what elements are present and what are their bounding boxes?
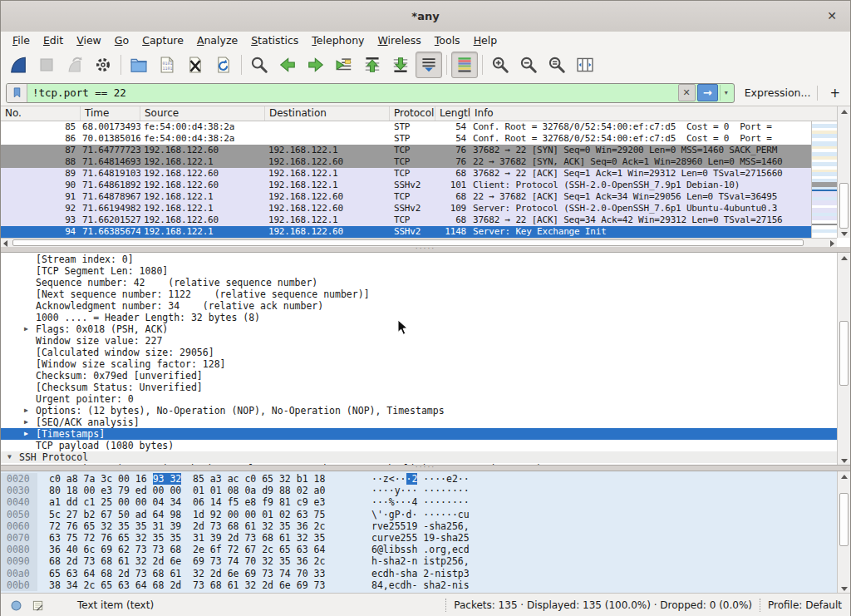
stop-capture-button[interactable] [33, 52, 60, 78]
colorize-button[interactable] [451, 52, 478, 78]
detail-line[interactable]: Checksum: 0x79ed [unverified] [1, 370, 837, 382]
menu-file[interactable]: File [6, 32, 37, 48]
collapsed-triangle-icon[interactable]: ▶ [24, 416, 36, 428]
menu-edit[interactable]: Edit [37, 32, 70, 48]
menu-view[interactable]: View [70, 32, 108, 48]
collapsed-triangle-icon[interactable]: ▶ [24, 323, 36, 335]
expanded-triangle-icon[interactable]: ▼ [7, 451, 19, 463]
detail-line[interactable]: Window size value: 227 [1, 335, 837, 347]
packet-row-93[interactable]: 9371.662015274192.168.122.60192.168.122.… [1, 214, 811, 226]
packet-row-86[interactable]: 8670.013850163fe:54:00:d4:38:2aSTP54Conf… [1, 133, 811, 145]
packet-row-91[interactable]: 9171.648789678192.168.122.1192.168.122.6… [1, 191, 811, 203]
capture-comment-button[interactable] [31, 599, 44, 612]
open-file-button[interactable] [125, 52, 152, 78]
detail-line[interactable]: ▶Options: (12 bytes), No-Operation (NOP)… [1, 405, 837, 416]
column-header-protocol[interactable]: Protocol [390, 106, 435, 121]
packet-row-89[interactable]: 8971.648191037192.168.122.60192.168.122.… [1, 168, 811, 180]
menu-statistics[interactable]: Statistics [244, 32, 305, 48]
auto-scroll-button[interactable] [416, 52, 442, 78]
scroll-left-arrow-icon[interactable] [3, 240, 7, 247]
scroll-up-arrow-icon[interactable] [841, 110, 848, 114]
hex-row-0070[interactable]: 007063 75 72 76 65 32 35 35 31 39 2d 73 … [1, 532, 837, 544]
scrollbar-thumb[interactable] [839, 183, 849, 229]
detail-line[interactable]: [TCP Segment Len: 1080] [1, 265, 837, 277]
packet-row-90[interactable]: 9071.648618924192.168.122.60192.168.122.… [1, 180, 811, 191]
start-capture-button[interactable] [5, 52, 32, 78]
hex-row-0080[interactable]: 008036 40 6c 69 62 73 73 68 2e 6f 72 67 … [1, 544, 837, 555]
menu-capture[interactable]: Capture [135, 32, 190, 48]
restart-capture-button[interactable] [61, 52, 88, 78]
hscrollbar-thumb[interactable] [12, 239, 804, 246]
packet-row-94[interactable]: 9471.663856741192.168.122.1192.168.122.6… [1, 226, 811, 238]
column-header-length[interactable]: Length [435, 106, 470, 121]
find-packet-button[interactable] [246, 52, 273, 78]
hex-row-0040[interactable]: 0040a1 dd c1 25 00 00 04 34 06 14 f5 e8 … [1, 496, 837, 508]
packet-row-88[interactable]: 8871.648146932192.168.122.1192.168.122.6… [1, 156, 811, 168]
hex-row-00b0[interactable]: 00b038 34 2c 65 63 64 68 2d 73 68 61 32 … [1, 579, 837, 591]
packet-row-87[interactable]: 8771.647777234192.168.122.60192.168.122.… [1, 145, 811, 156]
column-header-destination[interactable]: Destination [265, 106, 390, 121]
hex-row-0020[interactable]: 0020c0 a8 7a 3c 00 16 93 32 85 a3 ac c0 … [1, 473, 837, 485]
go-first-button[interactable] [359, 52, 386, 78]
display-filter-input[interactable] [27, 86, 678, 99]
hex-row-0060[interactable]: 006072 76 65 32 35 35 31 39 2d 73 68 61 … [1, 520, 837, 532]
resize-columns-button[interactable] [572, 52, 598, 78]
menu-wireless[interactable]: Wireless [371, 32, 428, 48]
add-filter-button[interactable]: + [824, 86, 845, 101]
close-window-button[interactable]: ✕ [824, 8, 839, 23]
detail-line[interactable]: [Next sequence number: 1122 (relative se… [1, 288, 837, 300]
zoom-in-button[interactable] [487, 52, 514, 78]
go-to-packet-button[interactable] [331, 52, 357, 78]
detail-line[interactable]: [Window size scaling factor: 128] [1, 358, 837, 370]
packet-row-92[interactable]: 9271.661949820192.168.122.1192.168.122.6… [1, 203, 811, 214]
column-header-time[interactable]: Time [81, 106, 140, 121]
menu-telephony[interactable]: Telephony [305, 32, 371, 48]
column-header-source[interactable]: Source [140, 106, 265, 121]
scrollbar-thumb[interactable] [839, 493, 849, 545]
hex-row-0050[interactable]: 00505c 27 b2 67 50 ad 64 98 1d 92 00 00 … [1, 509, 837, 520]
detail-line[interactable]: [Stream index: 0] [1, 254, 837, 265]
expression-button[interactable]: Expression... [745, 86, 811, 99]
zoom-out-button[interactable] [515, 52, 542, 78]
detail-line[interactable]: [Checksum Status: Unverified] [1, 382, 837, 393]
detail-line[interactable]: ▶[Timestamps] [1, 428, 837, 440]
detail-line[interactable]: TCP payload (1080 bytes) [1, 440, 837, 451]
collapsed-triangle-icon[interactable]: ▶ [24, 463, 36, 465]
status-profile[interactable]: Profile: Default [768, 599, 850, 611]
expert-info-button[interactable] [9, 599, 22, 612]
menu-go[interactable]: Go [108, 32, 135, 48]
hex-row-0030[interactable]: 003080 18 00 e3 79 ed 00 00 01 01 08 0a … [1, 485, 837, 496]
menu-analyze[interactable]: Analyze [190, 32, 244, 48]
detail-line[interactable]: Urgent pointer: 0 [1, 393, 837, 405]
zoom-original-button[interactable] [544, 52, 570, 78]
detail-line[interactable]: 1000 .... = Header Length: 32 bytes (8) [1, 312, 837, 323]
capture-options-button[interactable] [90, 52, 116, 78]
details-vscrollbar[interactable] [837, 253, 850, 465]
collapsed-triangle-icon[interactable]: ▶ [24, 428, 36, 440]
hex-row-0090[interactable]: 009068 2d 73 68 61 32 2d 6e 69 73 74 70 … [1, 555, 837, 567]
filter-apply-button[interactable]: → [697, 84, 718, 101]
scrollbar-thumb[interactable] [839, 321, 849, 387]
scroll-up-arrow-icon[interactable] [841, 475, 848, 479]
scroll-down-arrow-icon[interactable] [841, 587, 848, 591]
menu-tools[interactable]: Tools [428, 32, 467, 48]
detail-line[interactable]: ▶Flags: 0x018 (PSH, ACK) [1, 323, 837, 335]
go-forward-button[interactable] [303, 52, 329, 78]
go-back-button[interactable] [274, 52, 301, 78]
collapsed-triangle-icon[interactable]: ▶ [24, 405, 36, 416]
detail-line[interactable]: Acknowledgment number: 34 (relative ack … [1, 300, 837, 312]
column-header-no[interactable]: No. [1, 106, 81, 121]
filter-clear-button[interactable]: ✕ [678, 84, 696, 101]
detail-line[interactable]: [Calculated window size: 29056] [1, 347, 837, 358]
detail-line[interactable]: ▶[SEQ/ACK analysis] [1, 416, 837, 428]
scroll-up-arrow-icon[interactable] [841, 256, 848, 260]
detail-line[interactable]: ▼SSH Protocol [1, 451, 837, 463]
detail-line[interactable]: Sequence number: 42 (relative sequence n… [1, 277, 837, 288]
reload-file-button[interactable] [210, 52, 237, 78]
intelligent-scrollbar-minimap[interactable] [811, 121, 837, 238]
packet-row-85[interactable]: 8568.001734936fe:54:00:d4:38:2aSTP54Conf… [1, 121, 811, 133]
hex-vscrollbar[interactable] [837, 471, 850, 593]
hex-row-00a0[interactable]: 00a065 63 64 68 2d 73 68 61 32 2d 6e 69 … [1, 568, 837, 579]
menu-help[interactable]: Help [467, 32, 504, 48]
close-file-button[interactable] [182, 52, 209, 78]
